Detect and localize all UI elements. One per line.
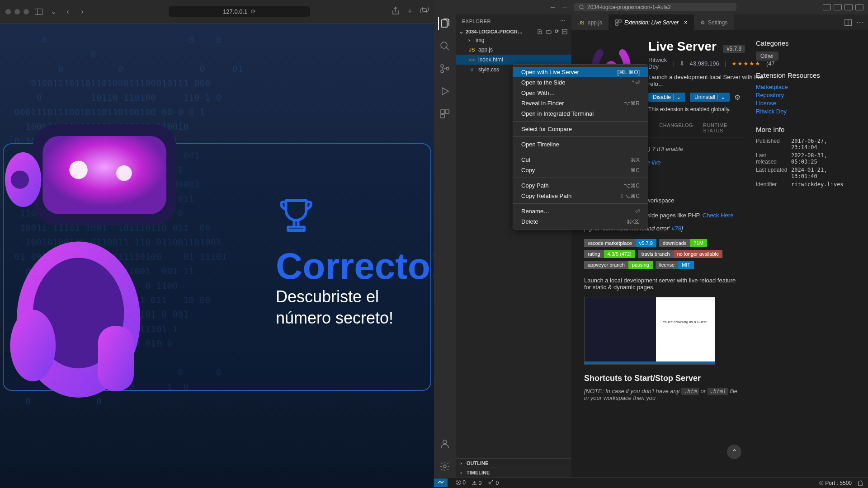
resource-link[interactable]: Ritwick Dey <box>756 108 855 115</box>
sidebar-toggle-icon[interactable] <box>34 7 43 16</box>
share-icon[interactable] <box>392 7 399 16</box>
more-icon[interactable]: ⋯ <box>856 18 863 27</box>
resource-link[interactable]: License <box>756 100 855 107</box>
tabs-icon[interactable] <box>420 7 429 16</box>
svg-rect-7 <box>42 136 166 214</box>
category-chip[interactable]: Other <box>756 52 778 61</box>
info-val: 2022-08-31, 05:03:25 <box>791 152 855 165</box>
disable-button[interactable]: Disable ⌄ <box>648 93 685 102</box>
menu-open-side[interactable]: Open to the Side ⌃⏎ <box>513 77 648 88</box>
menu-copy[interactable]: Copy ⌘C <box>513 165 648 175</box>
file-item-appjs[interactable]: JS app.js <box>456 45 571 55</box>
notifications-icon[interactable] <box>857 480 863 486</box>
search-tab-icon[interactable] <box>439 40 451 52</box>
search-icon <box>579 5 585 10</box>
reload-icon[interactable]: ⟳ <box>251 8 256 15</box>
new-tab-icon[interactable]: + <box>407 7 412 16</box>
tab-runtime[interactable]: RUNTIME STATUS <box>703 122 746 133</box>
workspace-folder[interactable]: ⌄ 2034-LOGICA-PROGR… ⟳ <box>456 28 571 36</box>
menu-delete[interactable]: Delete ⌘⌫ <box>513 216 648 227</box>
svg-point-25 <box>443 465 446 468</box>
menu-copy-rel-path[interactable]: Copy Relative Path ⇧⌥⌘C <box>513 191 648 201</box>
badge: rating4.3/5 (472) <box>584 250 635 258</box>
readme-link[interactable]: Check Here <box>703 212 734 219</box>
new-folder-icon[interactable] <box>546 28 552 35</box>
split-editor-icon[interactable] <box>844 19 852 26</box>
svg-rect-28 <box>616 20 618 22</box>
command-center[interactable]: 2034-logica-programacion-1-Aula2 <box>574 3 736 11</box>
close-tab-icon[interactable]: × <box>684 19 687 26</box>
chevron-down-icon: ⌄ <box>459 29 464 35</box>
tab-changelog[interactable]: CHANGELOG <box>659 122 693 133</box>
readme-link[interactable]: #78 <box>671 225 681 232</box>
more-icon[interactable]: ⋯ <box>560 18 566 24</box>
chevron-down-icon[interactable]: ⌄ <box>49 7 58 16</box>
layout-icon[interactable] <box>855 4 863 10</box>
menu-select-compare[interactable]: Select for Compare <box>513 124 648 134</box>
tab-settings[interactable]: ⚙ Settings <box>694 14 734 30</box>
scroll-top-button[interactable]: ⌃ <box>727 445 741 459</box>
traffic-lights[interactable] <box>5 9 29 14</box>
svg-point-24 <box>443 440 447 444</box>
extension-author[interactable]: Ritwick Dey <box>648 56 667 70</box>
info-key: Last updated <box>756 167 788 179</box>
run-debug-icon[interactable] <box>439 85 451 98</box>
gear-icon[interactable]: ⚙ <box>734 93 741 102</box>
extensions-icon[interactable] <box>439 108 451 120</box>
readme-demo-image: You're browsing as a Guest <box>584 297 715 365</box>
back-button[interactable]: ‹ <box>63 7 72 16</box>
resource-link[interactable]: Marketplace <box>756 84 855 90</box>
explorer-title: EXPLORER <box>462 19 491 24</box>
svg-rect-0 <box>35 9 43 14</box>
menu-open-live-server[interactable]: Open with Live Server [⌘L ⌘O] <box>513 67 648 77</box>
accounts-icon[interactable] <box>439 437 451 450</box>
resource-link[interactable]: Repository <box>756 92 855 99</box>
tab-extension[interactable]: Extension: Live Server × <box>609 14 694 30</box>
remote-indicator[interactable] <box>434 479 448 487</box>
layout-icon[interactable] <box>823 4 831 10</box>
menu-reveal-finder[interactable]: Reveal in Finder ⌥⌘R <box>513 98 648 108</box>
menu-copy-path[interactable]: Copy Path ⌥⌘C <box>513 180 648 191</box>
menu-cut[interactable]: Cut ⌘X <box>513 155 648 165</box>
uninstall-button[interactable]: Uninstall ⌄ <box>690 93 730 102</box>
svg-point-14 <box>580 5 583 9</box>
history-back-icon[interactable]: ← <box>549 3 557 11</box>
extension-sidebar: Categories Other Extension Resources Mar… <box>756 39 855 468</box>
forward-button[interactable]: › <box>78 7 87 16</box>
refresh-icon[interactable]: ⟳ <box>555 28 559 35</box>
menu-open-timeline[interactable]: Open Timeline <box>513 139 648 150</box>
svg-rect-29 <box>619 20 621 22</box>
menu-open-with[interactable]: Open With… <box>513 88 648 98</box>
svg-rect-3 <box>423 7 429 12</box>
outline-section[interactable]: ›OUTLINE <box>456 458 571 468</box>
trophy-icon <box>276 195 316 236</box>
file-item-index[interactable]: <> index.html <box>456 55 571 65</box>
address-bar[interactable]: 127.0.0.1 ⟳ <box>169 6 310 17</box>
svg-rect-2 <box>421 9 427 13</box>
folder-name: 2034-LOGICA-PROGR… <box>466 29 523 34</box>
safari-browser: ⌄ ‹ › 127.0.0.1 ⟳ + 0 0 0 0 <box>0 0 434 488</box>
chevron-down-icon[interactable]: ⌄ <box>673 94 681 100</box>
warnings-indicator[interactable]: ⚠ 0 <box>472 480 481 486</box>
chevron-down-icon[interactable]: ⌄ <box>717 94 725 100</box>
collapse-icon[interactable] <box>561 28 568 35</box>
history-forward-icon[interactable]: → <box>561 3 568 11</box>
file-item-img[interactable]: › img <box>456 36 571 45</box>
settings-gear-icon[interactable] <box>439 460 451 473</box>
layout-icon[interactable] <box>834 4 842 10</box>
explorer-tab-icon[interactable] <box>438 17 451 30</box>
tab-appjs[interactable]: JS app.js <box>571 14 609 30</box>
source-control-icon[interactable] <box>439 62 451 75</box>
svg-rect-13 <box>98 326 134 391</box>
timeline-section[interactable]: ›TIMELINE <box>456 468 571 477</box>
menu-open-terminal[interactable]: Open in Integrated Terminal <box>513 108 648 119</box>
errors-indicator[interactable]: ⓧ 0 <box>456 479 466 487</box>
live-server-status[interactable]: ⦾ Port : 5500 <box>819 480 852 486</box>
info-key: Identifier <box>756 181 788 188</box>
file-label: style.css <box>478 66 499 73</box>
new-file-icon[interactable] <box>537 28 543 35</box>
menu-rename[interactable]: Rename… ⏎ <box>513 206 648 216</box>
layout-icon[interactable] <box>844 4 853 10</box>
svg-point-12 <box>10 310 56 381</box>
ports-indicator[interactable]: 0 <box>488 479 499 486</box>
